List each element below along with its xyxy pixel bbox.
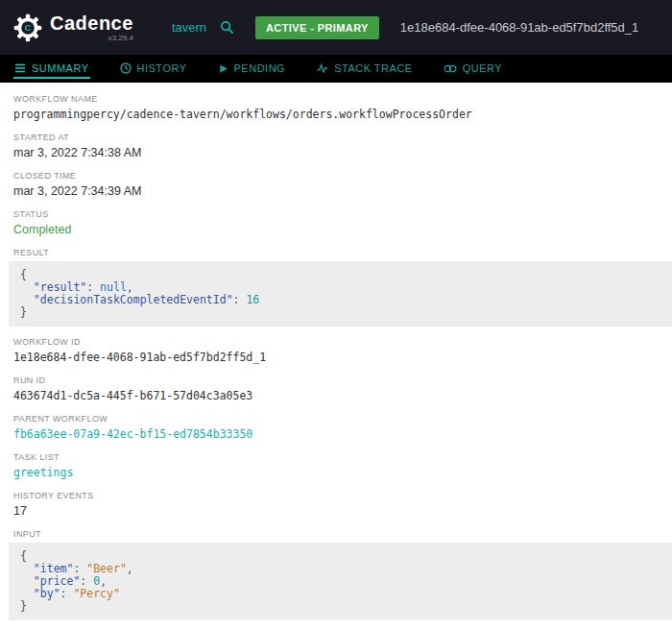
status-badge: ACTIVE - PRIMARY	[255, 16, 379, 39]
input-json-block: { "item": "Beer", "price": 0, "by": "Per…	[9, 543, 672, 620]
domain-name[interactable]: tavern	[172, 20, 206, 35]
workflow-name-value: programmingpercy/cadence-tavern/workflow…	[13, 108, 672, 122]
query-icon	[444, 63, 457, 74]
history-icon	[120, 62, 132, 74]
stack-trace-icon	[316, 62, 328, 74]
tab-pending[interactable]: PENDING	[217, 59, 287, 79]
field-run-id: RUN ID 463674d1-dc5a-445f-b671-57d04c3a0…	[13, 376, 672, 403]
tab-label: PENDING	[234, 62, 286, 74]
field-label: CLOSED TIME	[13, 171, 672, 181]
tab-label: QUERY	[463, 62, 502, 74]
tab-label: SUMMARY	[32, 62, 89, 74]
tab-summary[interactable]: SUMMARY	[13, 59, 90, 79]
tab-history[interactable]: HISTORY	[119, 59, 188, 79]
search-icon[interactable]	[220, 20, 234, 35]
result-json-block: { "result": null, "decisionTaskCompleted…	[9, 261, 672, 327]
field-task-list: TASK LIST greetings	[13, 452, 672, 480]
logo-text: Cadence v3.29.4	[50, 13, 133, 42]
field-label: TASK LIST	[13, 452, 672, 462]
started-at-value: mar 3, 2022 7:34:38 AM	[13, 146, 672, 160]
header-workflow-id: 1e18e684-dfee-4068-91ab-ed5f7bd2ff5d_1	[400, 20, 638, 35]
field-label: INPUT	[13, 529, 672, 539]
field-closed-time: CLOSED TIME mar 3, 2022 7:34:39 AM	[13, 171, 672, 199]
field-started-at: STARTED AT mar 3, 2022 7:34:38 AM	[13, 133, 672, 160]
summary-icon	[14, 62, 26, 74]
field-label: STARTED AT	[13, 133, 672, 142]
closed-time-value: mar 3, 2022 7:34:39 AM	[13, 184, 672, 199]
history-events-value: 17	[13, 504, 672, 519]
field-workflow-id: WORKFLOW ID 1e18e684-dfee-4068-91ab-ed5f…	[13, 337, 672, 365]
field-label: RESULT	[13, 248, 672, 257]
svg-text:C: C	[24, 22, 31, 33]
version-label: v3.29.4	[108, 35, 133, 42]
field-label: HISTORY EVENTS	[13, 491, 672, 500]
parent-workflow-link[interactable]: fb6a63ee-07a9-42ec-bf15-ed7854b33350	[13, 427, 672, 442]
field-input: INPUT { "item": "Beer", "price": 0, "by"…	[13, 529, 672, 620]
tab-query[interactable]: QUERY	[443, 59, 503, 79]
field-label: WORKFLOW ID	[13, 337, 672, 347]
top-bar: C Cadence v3.29.4 tavern ACTIVE - PRIMAR…	[0, 0, 672, 55]
field-result: RESULT { "result": null, "decisionTaskCo…	[13, 248, 672, 327]
tab-bar: SUMMARY HISTORY PENDING STACK TRACE QUER…	[0, 55, 672, 83]
task-list-link[interactable]: greetings	[13, 466, 672, 480]
field-parent-workflow: PARENT WORKFLOW fb6a63ee-07a9-42ec-bf15-…	[13, 414, 672, 442]
field-history-events: HISTORY EVENTS 17	[13, 491, 672, 519]
pending-icon	[218, 63, 228, 74]
field-status: STATUS Completed	[13, 209, 672, 237]
field-label: WORKFLOW NAME	[13, 94, 672, 104]
run-id-value: 463674d1-dc5a-445f-b671-57d04c3a05e3	[13, 389, 672, 403]
summary-panel: WORKFLOW NAME programmingpercy/cadence-t…	[0, 83, 672, 631]
field-label: PARENT WORKFLOW	[13, 414, 672, 424]
field-label: STATUS	[13, 209, 672, 219]
status-value: Completed	[13, 223, 672, 237]
cadence-logo[interactable]: C Cadence v3.29.4	[13, 13, 133, 42]
tab-label: STACK TRACE	[334, 62, 413, 74]
tab-stack-trace[interactable]: STACK TRACE	[315, 59, 414, 79]
workflow-id-value: 1e18e684-dfee-4068-91ab-ed5f7bd2ff5d_1	[13, 351, 672, 365]
cadence-gear-icon: C	[13, 13, 42, 42]
tab-label: HISTORY	[137, 62, 187, 74]
field-workflow-name: WORKFLOW NAME programmingpercy/cadence-t…	[13, 94, 672, 122]
brand-name: Cadence	[50, 13, 133, 33]
field-label: RUN ID	[13, 376, 672, 385]
